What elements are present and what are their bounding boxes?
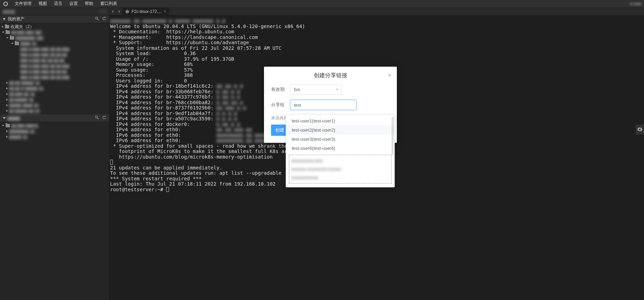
subbar-left-blur: ▮▮▮▮▮ (0, 9, 109, 14)
folder-icon (15, 42, 19, 45)
folder-icon (6, 124, 10, 127)
tree-item[interactable]: ▮▮▮-▮.▮▮▮-▮▮▮.▮▮.▮▮.▮▮ (0, 52, 109, 58)
tree-item[interactable]: ▮▮▮-▮.▮▮▮-▮▮▮.▮▮.▮▮.▮▮▮ (0, 74, 109, 80)
modal-title: 创建分享链接 (314, 72, 347, 79)
tree-item[interactable]: ▮▮.▮▮▮▮▮ (▮) (0, 97, 109, 102)
dropdown-extra-blur: ▮▮▮▮▮▮.▮▮▮▮▮▮▮▮(▮▮▮▮▮) (291, 165, 389, 173)
tree-item[interactable]: ▮▮▮▮▮▮▮▮ (▮▮) (0, 35, 109, 41)
expiry-label: 有效期 (271, 86, 290, 93)
tree-item[interactable]: ▮▮.▮▮▮-▮▮ (▮) (0, 91, 109, 97)
gear-icon (637, 127, 643, 132)
expiry-select[interactable]: 5m (290, 84, 342, 95)
modal-close-button[interactable]: × (388, 72, 391, 79)
modal-header: 创建分享链接 × (264, 67, 397, 84)
tree-item[interactable]: ▮▮.▮▮▮.▮▮▮(▮) (0, 123, 109, 128)
tree-label: 收藏夹（2） (11, 24, 34, 30)
sidebar-header-2[interactable]: ▮▮▮▮▮ (0, 114, 109, 122)
app-logo[interactable] (3, 1, 8, 7)
menu-items: 文件管理 视图 语言 设置 帮助 窗口列表 (15, 1, 117, 7)
sidebar-title-blur: ▮▮▮▮▮ (8, 116, 93, 121)
dropdown-option[interactable]: test-user3(test-user3) (286, 134, 394, 144)
dropdown-extra-blur: ▮▮▮▮▮▮▮▮▮▮▮ (291, 173, 389, 182)
menu-view[interactable]: 视图 (39, 1, 47, 7)
menu-help[interactable]: 帮助 (85, 1, 93, 7)
menubar-right-blur: ■ ■■■ (630, 1, 641, 6)
svg-point-0 (126, 10, 129, 13)
tree-item[interactable]: ▮▮▮▮▮ (▮) (0, 134, 109, 140)
close-icon[interactable] (104, 10, 107, 13)
tree-favorites[interactable]: 收藏夹（2） (0, 24, 109, 29)
folder-icon (10, 36, 14, 40)
tab-close-icon[interactable]: × (164, 9, 166, 14)
chevron-down-icon[interactable] (100, 10, 102, 13)
tree-item[interactable]: ▮▮.▮▮▮▮▮.▮▮ (▮) (0, 108, 109, 114)
asset-tree: 收藏夹（2） ▮▮.▮▮▮.▮▮▮ (▮▮) ▮▮▮▮▮▮▮▮ (▮▮) ▮▮▮… (0, 23, 109, 114)
tree-item[interactable]: ▮▮.▮▮-▮.▮▮▮▮▮ (▮) (0, 86, 109, 91)
dropdown-scrollbar[interactable] (392, 117, 394, 155)
menu-windows[interactable]: 窗口列表 (100, 1, 117, 7)
settings-gear-button[interactable] (636, 125, 644, 134)
collapse-icon (3, 117, 6, 119)
dropdown-option[interactable]: test-user1(test-user1) (286, 116, 394, 125)
tree-item[interactable]: ▮▮▮▮-(▮) (0, 41, 109, 46)
top-menubar: 文件管理 视图 语言 设置 帮助 窗口列表 ■ ■■■ (0, 0, 644, 8)
asset-tree-2: ▮▮.▮▮▮.▮▮▮(▮) ▮▮▮▮▮▮▮▮ (▮) ▮▮▮▮▮ (▮) (0, 122, 109, 300)
tree-item[interactable]: ▮▮▮▮▮▮▮▮ (▮) (0, 128, 109, 134)
tree-item[interactable]: ▮▮▮-▮.▮▮▮-▮▮.▮▮.▮▮.▮▮ (0, 58, 109, 63)
search-icon[interactable] (95, 115, 99, 121)
svg-point-3 (96, 116, 98, 118)
menu-settings[interactable]: 设置 (69, 1, 78, 7)
search-icon[interactable] (95, 16, 99, 22)
sidebar-header-assets[interactable]: 我的资产 (0, 15, 109, 23)
tree-item[interactable]: ▮▮▮▮▮-▮▮▮▮ (▮) (0, 102, 109, 108)
tree-item[interactable]: ▮▮▮-▮.▮▮▮-▮▮▮.▮▮.▮▮.▮▮▮ (0, 46, 109, 52)
dropdown-extra-blur: ▮▮▮▮▮▮▮▮▮(▮▮▮) (291, 156, 389, 165)
chevron-down-icon (336, 89, 339, 91)
dropdown-option[interactable]: test-user6(test-user6) (286, 144, 394, 153)
tab-label: F2c-linux-172.... (131, 9, 162, 14)
svg-line-2 (97, 19, 99, 20)
tab-bar: ▮▮▮▮▮ F2c-linux-172.... × (0, 8, 644, 15)
refresh-icon[interactable] (102, 16, 106, 22)
sidebar-title: 我的资产 (8, 16, 93, 22)
menu-lang[interactable]: 语言 (54, 1, 62, 7)
svg-line-4 (97, 118, 99, 119)
menu-file[interactable]: 文件管理 (15, 1, 32, 7)
tree-item[interactable]: ▮▮.▮▮-▮▮▮▮▮ (▮) (0, 80, 109, 86)
sidebar: 我的资产 收藏夹（2） ▮▮.▮▮▮.▮▮▮ (▮▮) ▮▮▮▮▮▮▮▮ (▮▮… (0, 15, 109, 300)
user-dropdown: test-user1(test-user1) test-user2(test-u… (286, 114, 395, 187)
folder-icon (6, 31, 10, 34)
shareto-input[interactable] (290, 100, 357, 110)
panel-toggle[interactable] (110, 10, 122, 13)
refresh-icon[interactable] (102, 115, 106, 121)
tree-item[interactable]: ▮▮▮-▮.▮▮▮-▮▮▮.▮▮.▮▮.▮▮ (0, 69, 109, 74)
tree-item[interactable]: ▮▮▮-▮.▮▮▮-▮▮▮.▮▮.▮▮.▮▮▮ (0, 63, 109, 69)
linux-icon (125, 9, 129, 14)
tree-item[interactable]: ▮▮.▮▮▮.▮▮▮ (▮▮) (0, 29, 109, 35)
dropdown-option[interactable]: test-user2(test-user2) (286, 125, 394, 134)
folder-icon (5, 25, 9, 28)
shareto-label: 分享给 (271, 102, 290, 108)
collapse-icon (3, 18, 6, 20)
dropdown-extra-box: ▮▮▮▮▮▮▮▮▮(▮▮▮) ▮▮▮▮▮▮.▮▮▮▮▮▮▮▮(▮▮▮▮▮) ▮▮… (289, 155, 392, 184)
svg-point-1 (96, 17, 98, 19)
expiry-value: 5m (294, 87, 300, 92)
terminal-tab[interactable]: F2c-linux-172.... × (122, 8, 169, 15)
